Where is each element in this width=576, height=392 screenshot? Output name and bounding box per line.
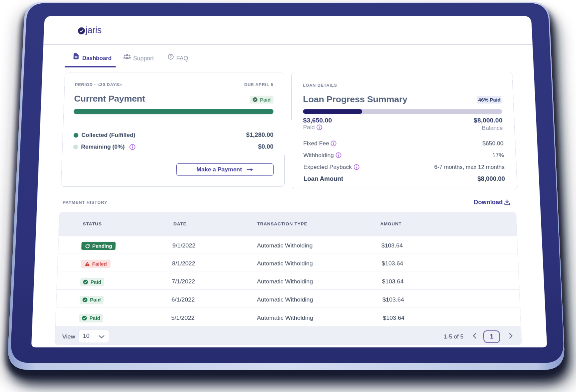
svg-text:?: ? [170,55,172,59]
